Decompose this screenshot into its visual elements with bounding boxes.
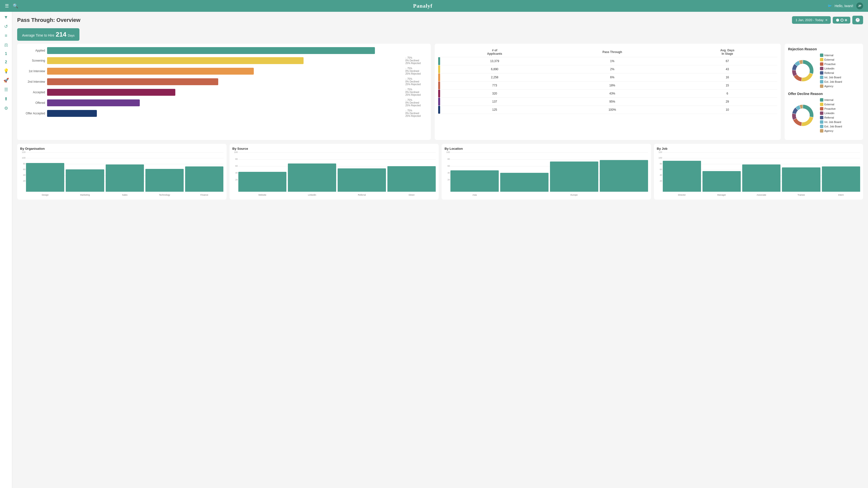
cell-pass-through: 1% (547, 57, 677, 65)
legend-label-text: Int. Job Board (824, 120, 841, 123)
bar-rect (66, 169, 104, 192)
legend-label-text: Referral (824, 71, 834, 75)
funnel-stage-label: 1st Interview (21, 69, 45, 73)
legend-label-text: Linkedin (824, 67, 834, 70)
search-icon[interactable]: 🔍 (13, 3, 18, 8)
legend-color-dot (820, 116, 824, 119)
offer-decline-section: Offer Decline Reason InternalExternalPro… (788, 92, 860, 133)
table-header-avg-days: Avg. DaysIn Stage (678, 47, 777, 57)
sidebar-layers-icon[interactable]: ≡ (5, 33, 7, 38)
funnel-decline-info: ↓ 75%0% Declined25% Rejected (405, 56, 427, 64)
y-axis-label: 80 (657, 163, 662, 165)
legend-color-dot (820, 111, 824, 115)
cell-avg-days: 10 (678, 106, 777, 114)
legend-color-dot (820, 71, 824, 75)
bar-xlabel: Website (238, 194, 287, 196)
bar-xlabel: Referral (338, 194, 386, 196)
cell-applicants: 2,258 (442, 74, 547, 82)
header: ☰ 🔍 Panalyf 🐦 Hello, Iwani! JP (0, 0, 868, 12)
main-data-row: AppliedScreening↓ 75%0% Declined25% Reje… (17, 44, 863, 140)
bar-rect (703, 171, 741, 192)
sidebar-rocket-icon[interactable]: 🚀 (3, 78, 9, 83)
avatar[interactable]: JP (856, 2, 863, 9)
funnel-bar-container (47, 68, 403, 75)
legend-label-text: Agency (824, 130, 833, 132)
bars-area: WebsiteLinkedinReferralDirect (238, 152, 436, 192)
offer-decline-title: Offer Decline Reason (788, 92, 860, 96)
hamburger-icon[interactable]: ☰ (5, 3, 9, 8)
legend-label-text: Ext. Job Board (824, 80, 842, 83)
sidebar-lightbulb-icon[interactable]: 💡 (3, 68, 9, 74)
by-location-title: By Location (444, 147, 648, 150)
bar-item: Director (663, 152, 701, 192)
circle-filled-icon (836, 19, 839, 22)
by-source-title: By Source (232, 147, 436, 150)
clock-icon: 🕐 (855, 18, 860, 22)
funnel-row: 1st Interview↓ 75%0% Declined25% Rejecte… (21, 67, 427, 75)
bar-rect (338, 168, 386, 192)
view-toggle-button[interactable] (833, 17, 850, 24)
offer-decline-donut-chart (788, 101, 817, 130)
bar-item: Website (238, 152, 287, 192)
y-axis-label: 40 (20, 174, 26, 176)
sidebar-list-icon[interactable]: ☰ (4, 87, 8, 92)
sidebar-settings-icon[interactable]: ⚙ (4, 106, 8, 111)
main-content: Pass Through: Overview 1 Jan, 2020 - Tod… (12, 12, 868, 488)
bar-rect (600, 160, 648, 192)
y-axis-label: 20 (657, 180, 662, 182)
funnel-stage-label: Accepted (21, 91, 45, 94)
table-row: 137 95% 29 (438, 98, 777, 106)
legend-color-dot (820, 58, 824, 61)
bar-charts-row: By Organisation 12010080604020DesignMark… (17, 144, 863, 200)
table-row: 320 43% 6 (438, 90, 777, 98)
bar-xlabel: Manager (703, 194, 741, 196)
y-axis-label: 80 (232, 158, 238, 160)
funnel-bar (47, 57, 304, 64)
legend-color-dot (820, 76, 824, 79)
legend-color-dot (820, 54, 824, 57)
by-source-chart: By Source 10080604020WebsiteLinkedinRefe… (229, 144, 439, 200)
bar-rect (388, 166, 436, 192)
y-axis-label: 40 (444, 172, 450, 174)
legend-color-dot (820, 84, 824, 88)
bar-rect (26, 163, 64, 192)
bar-xlabel: Sales (106, 194, 144, 196)
sidebar-nav-1[interactable]: 1 (5, 52, 7, 56)
y-axis-label: 20 (444, 178, 450, 181)
funnel-row: Applied (21, 47, 427, 54)
sidebar-upload-icon[interactable]: ⬆ (4, 96, 8, 102)
funnel-stage-label: Applied (21, 49, 45, 52)
legend-item: Referral (820, 116, 842, 119)
history-button[interactable]: 🕐 (852, 16, 863, 24)
cell-pass-through: 2% (547, 65, 677, 74)
table-row: 125 100% 10 (438, 106, 777, 114)
bar-rect (500, 173, 549, 192)
circle-outline-icon (840, 19, 843, 22)
y-axis-label: 60 (20, 168, 26, 171)
date-range-button[interactable]: 1 Jan, 2020 - Today ≡ (792, 16, 831, 24)
by-location-chart: By Location 10080604020AsiaEurope (442, 144, 651, 200)
bar-rect (238, 172, 287, 192)
y-axis-label: 20 (20, 180, 26, 182)
funnel-bar (47, 89, 175, 96)
legend-label-text: Referral (824, 116, 834, 119)
sidebar-filter-icon[interactable]: ▼ (4, 15, 8, 20)
cell-applicants: 773 (442, 82, 547, 90)
by-location-chart-area: 10080604020AsiaEurope (444, 152, 648, 197)
legend-item: Agency (820, 129, 842, 133)
sidebar-refresh-icon[interactable]: ↺ (4, 24, 8, 29)
sidebar-balance-icon[interactable]: ⚖ (4, 42, 8, 48)
y-axis-label: 100 (657, 156, 662, 159)
by-job-chart: By Job 12010080604020DirectorManagerAsso… (654, 144, 863, 200)
by-job-chart-area: 12010080604020DirectorManagerAssociateTr… (657, 152, 860, 197)
rejection-reason-section: Rejection Reason InternalExternalProacti… (788, 47, 860, 88)
pass-through-table: # ofApplicants Pass Through Avg. DaysIn … (438, 47, 777, 114)
y-axis-label: 60 (657, 168, 662, 171)
bar-item: Sales (106, 152, 144, 192)
avg-time-to-hire-box: Average Time to Hire 214 Days (17, 28, 80, 41)
funnel-bar-container (47, 99, 403, 106)
bar-item: Finance (185, 152, 223, 192)
cell-avg-days: 43 (678, 65, 777, 74)
sidebar-nav-2[interactable]: 2 (5, 60, 7, 64)
legend-item: Ext. Job Board (820, 125, 842, 128)
